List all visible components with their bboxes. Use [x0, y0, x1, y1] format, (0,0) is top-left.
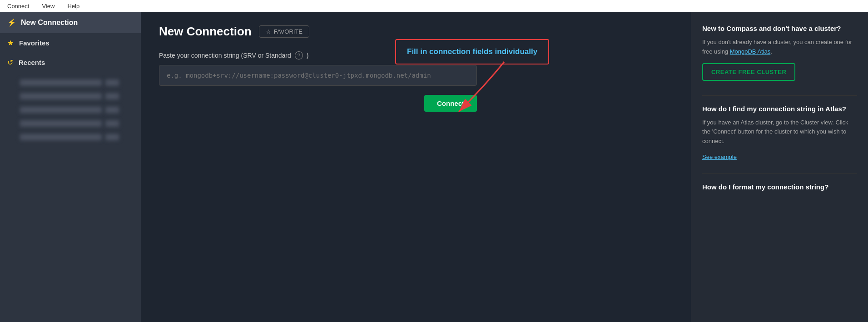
- right-panel-heading-1: New to Compass and don't have a cluster?: [702, 25, 857, 32]
- menu-connect[interactable]: Connect: [5, 2, 31, 10]
- list-item[interactable]: [0, 76, 141, 89]
- recent-blur-3: [20, 107, 102, 113]
- right-panel-section-2: How do I find my connection string in At…: [702, 105, 857, 161]
- favorite-button[interactable]: ☆ FAVORITE: [259, 25, 309, 38]
- menu-view[interactable]: View: [40, 2, 56, 10]
- sidebar-recents-label: Recents: [19, 59, 45, 66]
- sidebar-item-favorites[interactable]: ★ Favorites: [0, 33, 141, 53]
- sidebar-recents-list: [0, 72, 141, 148]
- right-panel-section-3: How do I format my connection string?: [702, 183, 857, 191]
- divider-2: [702, 173, 857, 174]
- connection-string-input[interactable]: [159, 65, 476, 85]
- right-panel-heading-2: How do I find my connection string in At…: [702, 105, 857, 113]
- main-content: New Connection ☆ FAVORITE Fill in connec…: [141, 12, 691, 322]
- recent-blur-5: [20, 134, 102, 140]
- how-format-heading: How do I format my connection string?: [702, 183, 857, 191]
- list-item[interactable]: [0, 89, 141, 103]
- create-free-cluster-button[interactable]: CREATE FREE CLUSTER: [702, 63, 795, 81]
- sidebar-favorites-label: Favorites: [19, 39, 50, 47]
- mongodb-atlas-link[interactable]: MongoDB Atlas: [730, 48, 771, 55]
- star-outline-icon: ☆: [266, 28, 271, 35]
- sidebar: ⚡ New Connection ★ Favorites ↺ Recents: [0, 12, 141, 322]
- recent-blur-1: [20, 79, 102, 86]
- sidebar-new-connection[interactable]: ⚡ New Connection: [0, 12, 141, 33]
- recent-blur-4: [20, 120, 102, 127]
- right-panel: New to Compass and don't have a cluster?…: [691, 12, 868, 322]
- list-item[interactable]: [0, 117, 141, 130]
- connect-button[interactable]: Connect: [424, 95, 477, 112]
- lightning-icon: ⚡: [7, 18, 16, 27]
- right-panel-section-1: New to Compass and don't have a cluster?…: [702, 25, 857, 83]
- connection-paren-close: ): [307, 52, 309, 59]
- right-panel-text-1b: .: [770, 48, 772, 55]
- connection-label-text: Paste your connection string (SRV or Sta…: [159, 52, 291, 59]
- sidebar-item-recents[interactable]: ↺ Recents: [0, 53, 141, 72]
- sidebar-new-connection-label: New Connection: [21, 19, 78, 27]
- recent-blur-2: [20, 93, 102, 99]
- recent-blur-sm-3: [105, 107, 119, 113]
- fill-fields-text: Fill in connection fields individually: [407, 47, 537, 56]
- favorite-btn-label: FAVORITE: [274, 28, 303, 35]
- recent-blur-sm-1: [105, 79, 119, 86]
- connect-btn-row: Connect: [159, 95, 477, 112]
- fill-fields-box[interactable]: Fill in connection fields individually: [395, 39, 549, 64]
- page-header: New Connection ☆ FAVORITE: [159, 25, 673, 39]
- recent-blur-sm-5: [105, 134, 119, 140]
- menu-help[interactable]: Help: [65, 2, 81, 10]
- star-icon: ★: [7, 39, 14, 47]
- list-item[interactable]: [0, 103, 141, 117]
- right-panel-text-1a: If you don't already have a cluster, you…: [702, 39, 852, 55]
- connection-input-container: [159, 65, 477, 86]
- see-example-link[interactable]: See example: [702, 154, 737, 160]
- recent-blur-sm-4: [105, 120, 119, 127]
- list-item[interactable]: [0, 130, 141, 144]
- page-title: New Connection: [159, 25, 252, 39]
- recent-blur-sm-2: [105, 93, 119, 99]
- right-panel-text-2: If you have an Atlas cluster, go to the …: [702, 118, 857, 146]
- menu-bar: Connect View Help: [0, 0, 868, 12]
- app-layout: ⚡ New Connection ★ Favorites ↺ Recents: [0, 12, 868, 322]
- clock-icon: ↺: [7, 58, 13, 67]
- divider-1: [702, 95, 857, 96]
- info-icon[interactable]: ?: [295, 51, 303, 59]
- right-panel-text-1: If you don't already have a cluster, you…: [702, 38, 857, 57]
